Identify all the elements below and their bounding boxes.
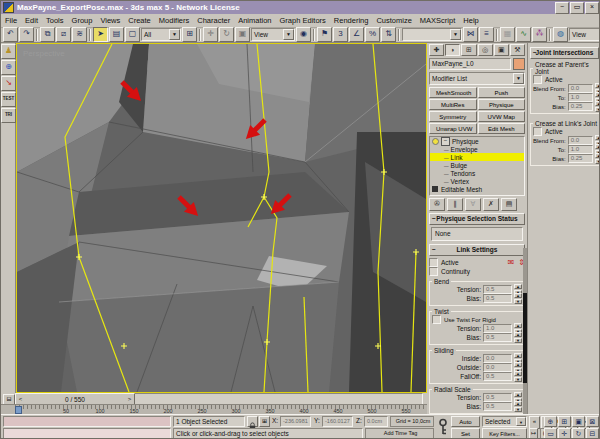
- link-to-field[interactable]: 1.0: [568, 145, 593, 154]
- stack-row-link[interactable]: ─Link: [430, 153, 524, 161]
- angle-snap-icon[interactable]: ∠: [349, 27, 364, 42]
- arc-rotate-icon[interactable]: ↻: [572, 428, 585, 439]
- chevron-down-icon[interactable]: ▼: [450, 29, 461, 40]
- collapse-icon[interactable]: −: [441, 137, 450, 146]
- selection-lock-icon[interactable]: [247, 416, 258, 427]
- absolute-offset-toggle-icon[interactable]: ⊞: [259, 416, 270, 427]
- z-coordinate-field[interactable]: 0.0cm: [364, 416, 388, 427]
- edit-mesh-button[interactable]: Edit Mesh: [478, 123, 526, 134]
- spinner-arrows[interactable]: ▲▼: [595, 101, 600, 112]
- sliding-falloff-field[interactable]: 0.5: [483, 372, 512, 381]
- curve-editor-icon[interactable]: ∿: [516, 27, 531, 42]
- menu-character[interactable]: Character: [193, 16, 234, 25]
- close-icon[interactable]: ×: [585, 2, 599, 14]
- schematic-view-icon[interactable]: ⁂: [532, 27, 547, 42]
- tab-motion-icon[interactable]: ◎: [478, 44, 493, 56]
- snap-toggle-3d-icon[interactable]: 3: [333, 27, 348, 42]
- spinner-arrows[interactable]: ▲▼: [514, 371, 522, 382]
- tab-create-icon[interactable]: ✚: [429, 44, 444, 56]
- twist-tension-field[interactable]: 1.0: [483, 324, 512, 333]
- parent-to-field[interactable]: 1.0: [568, 93, 593, 102]
- object-name-field[interactable]: MaxPayne_L0: [429, 58, 511, 70]
- key-step-toggle-icon[interactable]: ↦: [529, 428, 538, 439]
- minimize-icon[interactable]: −: [555, 2, 569, 14]
- render-type-dropdown[interactable]: View ▼: [569, 28, 600, 41]
- stack-row-physique[interactable]: − Physique: [430, 137, 524, 145]
- parent-active-checkbox[interactable]: [533, 75, 542, 84]
- viewport-label[interactable]: Perspective: [23, 49, 65, 58]
- keyboard-override-key-icon[interactable]: [438, 418, 448, 438]
- spinner-snap-icon[interactable]: ⇅: [381, 27, 396, 42]
- align-icon[interactable]: ≡: [479, 27, 494, 42]
- pin-stack-icon[interactable]: ✇: [429, 198, 445, 211]
- tab-hierarchy-icon[interactable]: ⊞: [461, 44, 476, 56]
- use-twist-for-rigid-checkbox[interactable]: [432, 315, 441, 324]
- continuity-checkbox[interactable]: [429, 267, 438, 276]
- add-time-tag[interactable]: Add Time Tag: [365, 428, 434, 439]
- current-frame-marker[interactable]: [15, 406, 22, 414]
- twist-bias-field[interactable]: 0.5: [483, 333, 512, 342]
- key-mode-dropdown[interactable]: Selected ▼: [482, 416, 527, 427]
- joint-intersections-rollout[interactable]: − Joint Intersections: [530, 47, 599, 59]
- percent-snap-icon[interactable]: %: [365, 27, 380, 42]
- menu-rendering[interactable]: Rendering: [330, 16, 373, 25]
- select-and-move-icon[interactable]: ✛: [203, 27, 218, 42]
- sliding-outside-field[interactable]: 0.0: [483, 363, 512, 372]
- selection-status-rollout[interactable]: − Physique Selection Status: [429, 213, 525, 225]
- remove-modifier-icon[interactable]: ✗: [483, 198, 499, 211]
- unlink-selection-icon[interactable]: ⧄: [56, 27, 71, 42]
- spinner-arrows[interactable]: ▲▼: [595, 153, 600, 164]
- menu-file[interactable]: File: [1, 16, 21, 25]
- menu-customize[interactable]: Customize: [372, 16, 415, 25]
- menu-edit[interactable]: Edit: [21, 16, 42, 25]
- uvw-map-button[interactable]: UVW Map: [478, 111, 526, 122]
- parent-blend-from-field[interactable]: 0.0: [568, 84, 593, 93]
- link-bias-field[interactable]: 0.25: [568, 154, 593, 163]
- zoom-extents-all-icon[interactable]: ⊠: [586, 416, 599, 427]
- menu-create[interactable]: Create: [124, 16, 155, 25]
- select-and-scale-icon[interactable]: ▣: [235, 27, 250, 42]
- set-key-button[interactable]: Set Key: [451, 428, 480, 439]
- bend-bias-field[interactable]: 0.5: [483, 294, 512, 303]
- symmetry-button[interactable]: Symmetry: [429, 111, 477, 122]
- radial-tension-field[interactable]: 0.5: [483, 393, 512, 402]
- reference-coordinate-dropdown[interactable]: View ▼: [251, 28, 295, 41]
- select-object-icon[interactable]: ➤: [93, 27, 108, 42]
- push-button[interactable]: Push: [478, 87, 526, 98]
- key-filters-button[interactable]: Key Filters...: [482, 428, 527, 439]
- min-max-toggle-icon[interactable]: ⊟: [586, 428, 599, 439]
- make-unique-icon[interactable]: ∀: [465, 198, 481, 211]
- window-crossing-icon[interactable]: ⊞: [182, 27, 197, 42]
- sliding-inside-field[interactable]: 0.0: [483, 354, 512, 363]
- mirror-icon[interactable]: ⋈: [463, 27, 478, 42]
- zoom-icon[interactable]: ⊕: [544, 416, 557, 427]
- link-settings-rollout[interactable]: − Link Settings: [429, 244, 525, 256]
- select-and-link-icon[interactable]: ⧉: [40, 27, 55, 42]
- chevron-down-icon[interactable]: ▼: [283, 29, 294, 40]
- macro-recorder-pane[interactable]: [3, 416, 171, 427]
- stack-row-vertex[interactable]: ─Vertex: [430, 177, 524, 185]
- next-frame-icon[interactable]: >: [125, 396, 134, 402]
- spinner-arrows[interactable]: ▲▼: [514, 401, 522, 412]
- active-checkbox[interactable]: [429, 258, 438, 267]
- show-end-result-icon[interactable]: ∥: [447, 198, 463, 211]
- select-by-name-icon[interactable]: ▤: [109, 27, 124, 42]
- menu-help[interactable]: Help: [459, 16, 482, 25]
- menu-graph-editors[interactable]: Graph Editors: [276, 16, 330, 25]
- spinner-arrows[interactable]: ▲▼: [514, 293, 522, 304]
- restore-icon[interactable]: ▭: [570, 2, 584, 14]
- pan-icon[interactable]: ✛: [558, 428, 571, 439]
- undo-icon[interactable]: ↶: [3, 27, 18, 42]
- link-active-checkbox[interactable]: [533, 127, 542, 136]
- rectangular-selection-region-icon[interactable]: ▢: [125, 27, 140, 42]
- tab-utilities-icon[interactable]: ⚒: [510, 44, 525, 56]
- menu-tools[interactable]: Tools: [42, 16, 68, 25]
- biped-icon[interactable]: ♟: [1, 44, 16, 59]
- menu-modifiers[interactable]: Modifiers: [155, 16, 193, 25]
- zoom-all-icon[interactable]: ⊞: [558, 416, 571, 427]
- unwrap-uvw-button[interactable]: Unwrap UVW: [429, 123, 477, 134]
- bend-tension-field[interactable]: 0.5: [483, 285, 512, 294]
- parent-bias-field[interactable]: 0.25: [568, 102, 593, 111]
- maxscript-listener-pane[interactable]: [3, 428, 171, 439]
- modifier-list-dropdown[interactable]: Modifier List ▼: [429, 72, 525, 85]
